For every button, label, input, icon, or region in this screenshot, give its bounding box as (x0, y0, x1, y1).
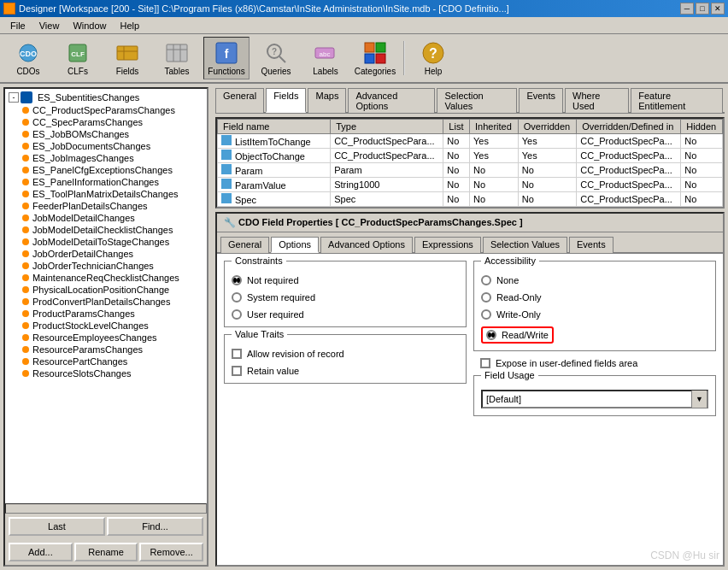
toolbar-queries[interactable]: ? Queries (253, 37, 299, 79)
tree-item-4[interactable]: ES_JobImagesChanges (7, 152, 205, 164)
prop-tab-options[interactable]: Options (271, 237, 319, 253)
radio-write-only[interactable]: Write-Only (481, 309, 708, 320)
tree-item-12[interactable]: JobOrderDetailChanges (7, 248, 205, 260)
help-icon: ? (421, 41, 445, 65)
tab-feature-entitlement[interactable]: Feature Entitlement (631, 88, 723, 113)
tab-where-used[interactable]: Where Used (565, 88, 629, 113)
toolbar-categories[interactable]: Categories (352, 37, 398, 79)
radio-read-only[interactable]: Read-Only (481, 292, 708, 303)
tree-dot-10 (22, 226, 29, 233)
tree-item-5[interactable]: ES_PanelCfgExceptionsChanges (7, 164, 205, 176)
col-field-name[interactable]: Field name (218, 120, 331, 134)
properties-title-text: CDO Field Properties [ CC_ProductSpecPar… (238, 217, 523, 227)
tree-item-18[interactable]: ProductStockLevelChanges (7, 320, 205, 332)
menu-view[interactable]: View (32, 19, 67, 32)
tab-advanced-options[interactable]: Advanced Options (348, 88, 435, 113)
col-overridden[interactable]: Overridden (518, 120, 577, 134)
radio-user-required-label: User required (247, 309, 304, 320)
tree-item-16[interactable]: ProdConvertPlanDetailsChanges (7, 296, 205, 308)
tree-expand-root[interactable]: - (9, 92, 19, 103)
tree-item-22[interactable]: ResourceSlotsChanges (7, 367, 205, 379)
tree-item-10[interactable]: JobModelDetailChecklistChanges (7, 224, 205, 236)
tree-item-17[interactable]: ProductParamsChanges (7, 308, 205, 320)
menu-bar: File View Window Help (0, 17, 728, 34)
tree-item-11[interactable]: JobModelDetailToStageChanges (7, 236, 205, 248)
prop-tab-general[interactable]: General (220, 237, 269, 253)
table-row[interactable]: Spec Spec No No No CC_ProductSpecPa... N… (218, 192, 723, 207)
tree-item-21[interactable]: ResourcePartChanges (7, 356, 205, 367)
col-hidden[interactable]: Hidden (681, 120, 723, 134)
col-type[interactable]: Type (331, 120, 443, 134)
tree-item-1[interactable]: CC_SpecParamsChanges (7, 116, 205, 128)
menu-file[interactable]: File (3, 19, 32, 32)
svg-rect-20 (365, 54, 374, 63)
tree-item-20[interactable]: ResourceParamsChanges (7, 344, 205, 356)
toolbar-fields[interactable]: Fields (104, 37, 150, 79)
tree-item-15[interactable]: PhysicalLocationPositionChange (7, 284, 205, 296)
tab-fields[interactable]: Fields (266, 88, 306, 113)
toolbar-clfs[interactable]: CLF CLFs (55, 37, 101, 79)
toolbar-cdos[interactable]: CDO CDOs (5, 37, 51, 79)
table-row[interactable]: ListItemToChange CC_ProductSpecPara... N… (218, 134, 723, 149)
table-row[interactable]: Param Param No No No CC_ProductSpecPa...… (218, 163, 723, 178)
tree-dot (21, 91, 32, 103)
tab-events[interactable]: Events (519, 88, 563, 113)
horizontal-scrollbar[interactable] (5, 503, 207, 514)
add-button[interactable]: Add... (9, 543, 73, 561)
tab-selection-values[interactable]: Selection Values (437, 88, 517, 113)
tree-item-9[interactable]: JobModelDetailChanges (7, 212, 205, 224)
prop-tab-events[interactable]: Events (569, 237, 614, 253)
radio-system-required[interactable]: System required (232, 292, 459, 303)
toolbar-functions[interactable]: f Functions (203, 37, 250, 79)
radio-read-write[interactable]: Read/Write (481, 326, 708, 344)
tree-container[interactable]: - ES_SubentitiesChanges CC_ProductSpecPa… (5, 89, 207, 503)
allow-revision-checkbox[interactable]: Allow revision of record (232, 349, 459, 359)
tree-item-6[interactable]: ES_PanelInformationChanges (7, 176, 205, 188)
tree-item-3[interactable]: ES_JobDocumentsChanges (7, 140, 205, 152)
tree-item-0[interactable]: CC_ProductSpecParamsChanges (7, 104, 205, 116)
col-list[interactable]: List (443, 120, 470, 134)
toolbar-cdos-label: CDOs (16, 67, 39, 76)
retain-value-checkbox[interactable]: Retain value (232, 366, 459, 376)
table-row[interactable]: ObjectToChange CC_ProductSpecPara... No … (218, 149, 723, 163)
prop-tab-expressions[interactable]: Expressions (414, 237, 481, 253)
tree-dot-4 (22, 155, 29, 162)
tab-general[interactable]: General (215, 88, 264, 113)
prop-tab-advanced[interactable]: Advanced Options (320, 237, 413, 253)
col-inherited[interactable]: Inherited (469, 120, 518, 134)
toolbar-help[interactable]: ? Help (410, 37, 456, 79)
row-icon (221, 150, 232, 160)
maximize-button[interactable]: □ (696, 3, 709, 15)
toolbar-tables[interactable]: Tables (154, 37, 200, 79)
radio-circle-none (481, 275, 491, 285)
remove-button[interactable]: Remove... (139, 543, 203, 561)
menu-window[interactable]: Window (66, 19, 113, 32)
radio-not-required[interactable]: Not required (232, 275, 459, 285)
col-defined-in[interactable]: Overridden/Defined in (577, 120, 681, 134)
radio-circle-read-only (481, 292, 491, 303)
find-button[interactable]: Find... (107, 517, 203, 536)
minimize-button[interactable]: ─ (680, 3, 694, 15)
tree-item-14[interactable]: MaintenanceReqChecklistChanges (7, 272, 205, 284)
table-row[interactable]: ParamValue String1000 No No No CC_Produc… (218, 178, 723, 192)
toolbar-labels[interactable]: abc Labels (302, 37, 349, 79)
expose-checkbox[interactable]: Expose in user-defined fields area (473, 358, 716, 368)
tree-item-19[interactable]: ResourceEmployeesChanges (7, 332, 205, 344)
tree-label-6: ES_PanelInformationChanges (32, 177, 159, 187)
menu-help[interactable]: Help (114, 19, 147, 32)
tree-item-root[interactable]: - ES_SubentitiesChanges (7, 91, 205, 104)
radio-none[interactable]: None (481, 275, 708, 285)
rename-button[interactable]: Rename (74, 543, 138, 561)
field-usage-dropdown-arrow[interactable]: ▼ (691, 391, 707, 408)
tree-item-7[interactable]: ES_ToolPlanMatrixDetailsChanges (7, 188, 205, 200)
last-button[interactable]: Last (9, 517, 105, 536)
svg-text:CDO: CDO (20, 50, 37, 58)
tab-maps[interactable]: Maps (308, 88, 346, 113)
tree-item-8[interactable]: FeederPlanDetailsChanges (7, 200, 205, 212)
close-button[interactable]: ✕ (711, 3, 725, 15)
tree-item-2[interactable]: ES_JobBOMsChanges (7, 128, 205, 140)
tree-item-13[interactable]: JobOrderTechnicianChanges (7, 260, 205, 272)
radio-user-required[interactable]: User required (232, 309, 459, 320)
tree-dot-17 (22, 310, 29, 317)
prop-tab-selection[interactable]: Selection Values (483, 237, 567, 253)
